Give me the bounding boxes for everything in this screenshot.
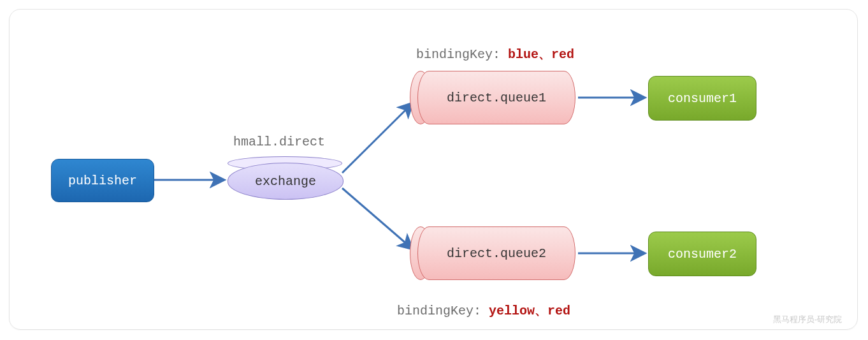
publisher-node: publisher: [51, 159, 154, 202]
queue2-binding-key: bindingKey: yellow、red: [397, 302, 570, 319]
arrow-exchange-to-queue1: [342, 103, 412, 173]
bk2-prefix: bindingKey:: [397, 304, 489, 318]
consumer1-label: consumer1: [668, 91, 737, 106]
exchange-label-text: exchange: [255, 174, 316, 189]
exchange-name: hmall.direct: [233, 135, 325, 149]
queue2-node: direct.queue2: [417, 226, 575, 280]
queue1-node: direct.queue1: [417, 71, 575, 124]
publisher-label: publisher: [68, 174, 137, 188]
bk2-keys: yellow、red: [489, 304, 570, 318]
consumer2-label: consumer2: [668, 247, 737, 262]
diagram-stage: publisher exchange hmall.direct direct.q…: [10, 10, 857, 329]
bk1-keys: blue、red: [508, 47, 574, 62]
exchange-node: exchange: [228, 163, 344, 200]
diagram-frame: publisher exchange hmall.direct direct.q…: [9, 9, 858, 330]
queue1-label: direct.queue1: [447, 91, 546, 105]
bk1-prefix: bindingKey:: [416, 47, 508, 62]
consumer1-node: consumer1: [648, 76, 756, 121]
queue1-binding-key: bindingKey: blue、red: [416, 45, 574, 63]
queue2-label: direct.queue2: [447, 246, 546, 261]
arrow-exchange-to-queue2: [342, 188, 412, 249]
consumer2-node: consumer2: [648, 232, 756, 276]
watermark: 黑马程序员-研究院: [773, 314, 842, 325]
